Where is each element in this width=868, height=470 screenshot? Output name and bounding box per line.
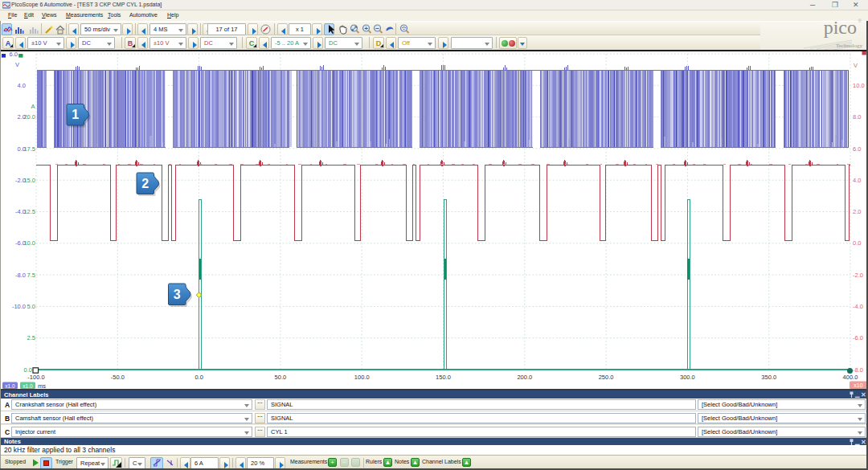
svg-text:15.0: 15.0 xyxy=(23,177,35,184)
svg-text:-8.0: -8.0 xyxy=(15,272,26,279)
svg-text:200.0: 200.0 xyxy=(517,374,532,381)
svg-text:x10: x10 xyxy=(854,382,862,388)
svg-text:2.0: 2.0 xyxy=(853,208,861,215)
svg-text:0.0: 0.0 xyxy=(24,366,32,374)
svg-text:10.0: 10.0 xyxy=(853,82,865,89)
svg-text:4.0: 4.0 xyxy=(18,82,26,89)
svg-text:8.0: 8.0 xyxy=(853,113,861,121)
svg-text:V: V xyxy=(854,62,858,69)
svg-text:x1.0: x1.0 xyxy=(5,383,15,389)
svg-text:250.0: 250.0 xyxy=(599,374,614,381)
svg-text:50.0: 50.0 xyxy=(275,374,287,381)
svg-text:−: − xyxy=(375,25,379,32)
svg-text:-4.0: -4.0 xyxy=(853,303,863,310)
svg-text:300.0: 300.0 xyxy=(680,374,695,381)
svg-text:-50.0: -50.0 xyxy=(111,374,125,381)
svg-text:-6.0: -6.0 xyxy=(853,334,863,341)
svg-text:6.0: 6.0 xyxy=(853,145,861,153)
svg-text:-2.0: -2.0 xyxy=(853,272,863,279)
svg-text:A: A xyxy=(31,103,35,110)
svg-text:⤢: ⤢ xyxy=(351,25,357,32)
svg-text:5.0: 5.0 xyxy=(27,303,35,310)
svg-text:0.0: 0.0 xyxy=(853,239,861,247)
svg-text:-8.0: -8.0 xyxy=(853,366,863,374)
svg-text:400.0: 400.0 xyxy=(843,374,858,381)
svg-text:3: 3 xyxy=(174,288,181,301)
svg-text:100.0: 100.0 xyxy=(354,374,370,381)
svg-text:7.5: 7.5 xyxy=(27,272,35,279)
svg-text:10.0: 10.0 xyxy=(23,239,35,247)
svg-text:1: 1 xyxy=(72,108,79,121)
svg-text:⁘: ⁘ xyxy=(401,25,407,32)
svg-text:2.5: 2.5 xyxy=(27,334,35,341)
svg-text:+: + xyxy=(364,25,368,32)
svg-text:4.0: 4.0 xyxy=(853,177,861,184)
svg-text:-10.0: -10.0 xyxy=(12,303,26,310)
svg-text:2: 2 xyxy=(141,177,149,190)
svg-text:12.5: 12.5 xyxy=(23,208,35,215)
svg-text:20.0: 20.0 xyxy=(23,113,35,121)
svg-text:17.5: 17.5 xyxy=(23,145,35,153)
svg-text:x1.0: x1.0 xyxy=(23,383,33,389)
svg-text:-100.0: -100.0 xyxy=(27,374,44,381)
svg-text:0.0: 0.0 xyxy=(194,374,203,381)
svg-text:150.0: 150.0 xyxy=(436,374,451,381)
svg-text:V: V xyxy=(15,61,19,68)
svg-text:350.0: 350.0 xyxy=(761,374,776,381)
